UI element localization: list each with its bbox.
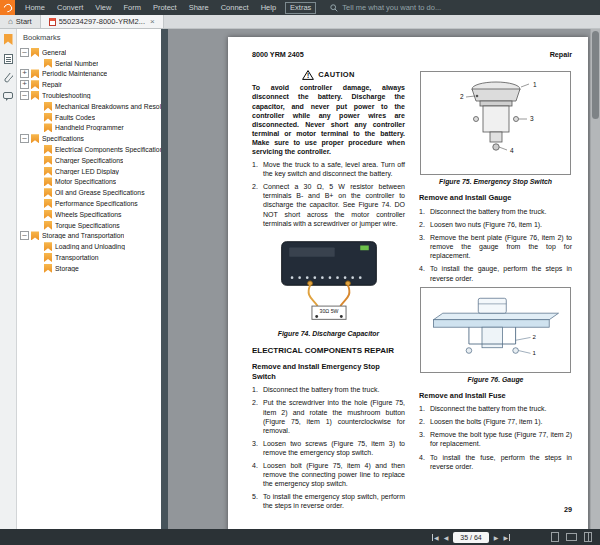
bookmark-item[interactable]: +Periodic Maintenance xyxy=(17,69,161,80)
expand-icon[interactable]: + xyxy=(20,80,29,89)
close-tab-icon[interactable]: × xyxy=(150,17,155,26)
tree-spacer xyxy=(33,145,42,154)
page-indicator[interactable]: 35 / 64 xyxy=(453,532,488,543)
tree-spacer xyxy=(33,177,42,186)
bookmark-item[interactable]: Mechanical Breakdowns and Resol... xyxy=(17,101,161,112)
menu-tab-view[interactable]: View xyxy=(89,0,117,15)
collapse-icon[interactable]: – xyxy=(20,91,29,100)
bookmark-item[interactable]: –Troubleshooting xyxy=(17,90,161,101)
assistant-search[interactable]: Tell me what you want to do... xyxy=(330,3,441,12)
app-logo xyxy=(0,0,15,15)
bookmark-label: Loading and Unloading xyxy=(55,243,125,250)
bookmark-icon xyxy=(44,102,52,111)
page-number: 29 xyxy=(564,505,572,514)
gauge-heading: Remove and Install Gauge xyxy=(419,193,572,203)
collapse-icon[interactable]: – xyxy=(20,134,29,143)
scrollbar-thumb[interactable] xyxy=(592,31,599,119)
doc-number: 8000 YRM 2405 xyxy=(252,50,304,59)
next-page-button[interactable]: ▶ xyxy=(494,534,499,541)
single-page-view-icon[interactable] xyxy=(551,532,559,542)
bookmarks-panel: Bookmarks –GeneralSerial Number+Periodic… xyxy=(17,29,161,529)
bookmark-item[interactable]: Motor Specifications xyxy=(17,177,161,188)
title-bar: HomeConvertViewFormProtectShareConnectHe… xyxy=(0,0,600,15)
bookmark-label: Faults Codes xyxy=(55,114,95,121)
figure-75-image: 1 2 3 4 xyxy=(420,71,571,175)
procedure-step: 2.Connect a 30 Ω, 5 W resistor between t… xyxy=(252,182,405,227)
bookmark-item[interactable]: Charger Specifications xyxy=(17,155,161,166)
first-page-button[interactable]: ◀ xyxy=(431,534,439,541)
estop-heading: Remove and Install Emergency Stop Switch xyxy=(252,362,405,381)
bookmark-item[interactable]: Transportation xyxy=(17,252,161,263)
document-area: 8000 YRM 2405 Repair ! CAUTION T xyxy=(168,29,600,529)
svg-text:1: 1 xyxy=(533,81,537,88)
menu-tab-home[interactable]: Home xyxy=(19,0,51,15)
two-page-view-icon[interactable] xyxy=(584,532,592,542)
bookmark-item[interactable]: Storage xyxy=(17,263,161,274)
figure-74-caption: Figure 74. Discharge Capacitor xyxy=(252,330,405,339)
bookmark-icon xyxy=(31,91,39,100)
menu-tab-form[interactable]: Form xyxy=(117,0,147,15)
bookmark-item[interactable]: –General xyxy=(17,47,161,58)
warning-icon: ! xyxy=(302,70,314,80)
document-tab-bar: ⌂ Start 550234297-8000-YRM2... × xyxy=(0,15,600,29)
bookmark-label: Periodic Maintenance xyxy=(42,70,107,77)
collapse-icon[interactable]: – xyxy=(20,48,29,57)
bookmark-item[interactable]: Loading and Unloading xyxy=(17,241,161,252)
bookmark-item[interactable]: Performance Specifications xyxy=(17,198,161,209)
prev-page-button[interactable]: ◀ xyxy=(444,534,449,541)
caution-block: ! CAUTION To avoid controller damage, al… xyxy=(252,70,405,156)
menu-tab-extras[interactable]: Extras xyxy=(285,2,316,14)
procedure-step: 1.Move the truck to a safe, level area. … xyxy=(252,160,405,178)
bookmark-label: Charger LED Display xyxy=(55,168,119,175)
bookmark-item[interactable]: –Storage and Transportation xyxy=(17,231,161,242)
procedure-step: 3.Remove the bent plate (Figure 76, item… xyxy=(419,233,572,260)
figure-74-image: 30Ω 5W xyxy=(252,235,405,327)
bookmark-item[interactable]: Handheld Programmer xyxy=(17,123,161,134)
tab-start[interactable]: ⌂ Start xyxy=(0,15,41,28)
menu-tab-help[interactable]: Help xyxy=(255,0,282,15)
bookmark-label: Storage and Transportation xyxy=(42,232,124,239)
bookmark-item[interactable]: Serial Number xyxy=(17,58,161,69)
tab-document[interactable]: 550234297-8000-YRM2... × xyxy=(41,15,164,28)
tree-spacer xyxy=(33,221,42,230)
panel-title: Bookmarks xyxy=(17,29,161,45)
comments-icon[interactable] xyxy=(3,92,13,99)
menu-tab-convert[interactable]: Convert xyxy=(51,0,89,15)
collapse-icon[interactable]: – xyxy=(20,231,29,240)
bookmark-item[interactable]: Oil and Grease Specifications xyxy=(17,187,161,198)
bookmark-icon xyxy=(44,210,52,219)
bookmark-label: Mechanical Breakdowns and Resol... xyxy=(55,103,161,110)
last-page-button[interactable]: ▶ xyxy=(503,534,511,541)
bookmark-label: Troubleshooting xyxy=(42,92,91,99)
procedure-step: 4.To install the gauge, perform the step… xyxy=(419,264,572,282)
menu-tab-connect[interactable]: Connect xyxy=(215,0,255,15)
bookmark-item[interactable]: Charger LED Display xyxy=(17,166,161,177)
page-header: 8000 YRM 2405 Repair xyxy=(252,50,572,59)
bookmark-label: Repair xyxy=(42,81,62,88)
bookmark-item[interactable]: Faults Codes xyxy=(17,112,161,123)
vertical-scrollbar[interactable] xyxy=(590,29,600,529)
bookmark-item[interactable]: Torque Specifications xyxy=(17,220,161,231)
bookmark-icon xyxy=(44,253,52,262)
bookmark-icon xyxy=(44,177,52,186)
status-bar: ◀ ◀ 35 / 64 ▶ ▶ xyxy=(0,529,600,545)
bookmark-item[interactable]: +Repair xyxy=(17,79,161,90)
procedure-step: 2.Put the screwdriver into the hole (Fig… xyxy=(252,398,405,434)
bookmarks-panel-icon[interactable] xyxy=(4,34,13,45)
bookmark-item[interactable]: Electrical Components Specification xyxy=(17,144,161,155)
bookmark-item[interactable]: Wheels Specifications xyxy=(17,209,161,220)
attachments-icon[interactable] xyxy=(3,73,13,84)
menu-tab-protect[interactable]: Protect xyxy=(147,0,183,15)
menu-tab-share[interactable]: Share xyxy=(183,0,215,15)
fit-width-icon[interactable] xyxy=(566,533,577,541)
panel-splitter[interactable] xyxy=(161,29,168,529)
bookmark-label: Handheld Programmer xyxy=(55,124,124,131)
navigation-panel-strip xyxy=(0,29,17,529)
bookmark-icon xyxy=(44,221,52,230)
expand-icon[interactable]: + xyxy=(20,69,29,78)
bookmark-item[interactable]: –Specifications xyxy=(17,133,161,144)
bookmark-label: Specifications xyxy=(42,135,84,142)
page-thumbnails-icon[interactable] xyxy=(4,54,13,64)
caution-text: To avoid controller damage, always disco… xyxy=(252,83,405,156)
bookmark-icon xyxy=(31,69,39,78)
